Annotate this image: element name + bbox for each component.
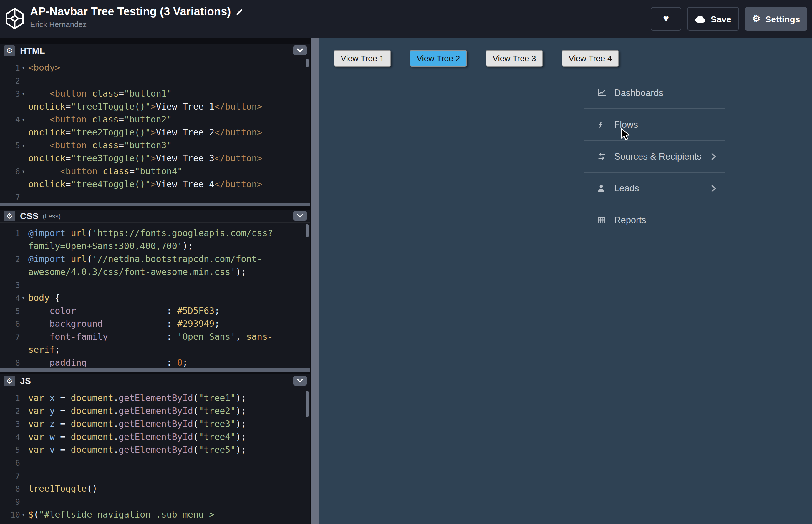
codepen-logo[interactable] bbox=[5, 7, 25, 30]
js-settings-gear-icon[interactable]: ⚙ bbox=[3, 375, 15, 386]
heart-button[interactable]: ♥ bbox=[651, 7, 681, 31]
js-code-area[interactable]: 1var x = document.getElementById("tree1"… bbox=[0, 388, 310, 524]
code-text: padding : 0; bbox=[28, 356, 188, 368]
code-text: tree1Toggle() bbox=[28, 482, 97, 495]
html-collapse-chevron-down-icon[interactable] bbox=[293, 45, 307, 55]
code-text: awesome/4.0.3/css/font-awesome.min.css')… bbox=[28, 265, 246, 278]
code-text: onclick="tree3Toggle()">View Tree 3</but… bbox=[28, 152, 262, 165]
line-number: 1 bbox=[0, 392, 20, 405]
line-number: 10 bbox=[0, 508, 20, 521]
line-number: 7 bbox=[0, 191, 20, 202]
settings-button[interactable]: ⚙ Settings bbox=[745, 7, 807, 31]
chart-line-icon bbox=[597, 88, 607, 97]
header-actions: ♥ Save ⚙ Settings bbox=[651, 7, 807, 31]
fold-arrow-icon[interactable]: ▾ bbox=[22, 113, 25, 126]
code-row: 3var z = document.getElementById("tree3"… bbox=[0, 417, 310, 430]
code-row: onclick="tree1Toggle()">View Tree 1</but… bbox=[0, 100, 310, 113]
line-number: 7 bbox=[0, 330, 20, 343]
js-editor-panel: ⚙ JS 1var x = document.getElementById("t… bbox=[0, 374, 310, 524]
chevron-right-icon bbox=[711, 184, 716, 192]
code-row: 3▾ <button class="button1" bbox=[0, 87, 310, 100]
js-collapse-chevron-down-icon[interactable] bbox=[293, 376, 307, 386]
css-collapse-chevron-down-icon[interactable] bbox=[293, 211, 307, 221]
fold-arrow-icon[interactable]: ▾ bbox=[22, 87, 25, 100]
code-row: serif; bbox=[0, 343, 310, 356]
line-number: 3 bbox=[0, 278, 20, 292]
line-number: 5 bbox=[0, 139, 20, 152]
css-panel-title: CSS bbox=[20, 211, 38, 221]
table-icon bbox=[597, 216, 607, 224]
code-text: background : #293949; bbox=[28, 317, 220, 330]
code-text: family=Open+Sans:300,400,700'); bbox=[28, 240, 193, 252]
code-text: $("#leftside-navigation .sub-menu > bbox=[28, 508, 214, 521]
code-row: 8tree1Toggle() bbox=[0, 482, 310, 495]
code-text: var x = document.getElementById("tree1")… bbox=[28, 392, 246, 405]
code-row: 7 bbox=[0, 469, 310, 482]
code-text: color : #5D5F63; bbox=[28, 305, 220, 317]
code-row: 9 bbox=[0, 495, 310, 508]
pen-title-block: AP-Navbar Tree Testing (3 Variations) Er… bbox=[30, 5, 243, 29]
code-text: onclick="tree2Toggle()">View Tree 2</but… bbox=[28, 126, 262, 139]
preview-button-view-tree-1[interactable]: View Tree 1 bbox=[334, 50, 391, 67]
nav-item-label: Reports bbox=[614, 215, 646, 225]
code-row: 7 font-family : 'Open Sans', sans- bbox=[0, 330, 310, 343]
line-number: 3 bbox=[0, 87, 20, 100]
nav-item-leads[interactable]: Leads bbox=[584, 173, 725, 204]
panel-resize-bar[interactable] bbox=[0, 368, 310, 372]
code-text: onclick="tree1Toggle()">View Tree 1</but… bbox=[28, 100, 262, 113]
code-row: 8 padding : 0; bbox=[0, 356, 310, 368]
nav-item-flows[interactable]: Flows bbox=[584, 109, 725, 141]
gear-icon: ⚙ bbox=[752, 14, 761, 23]
code-row: 1@import url('https://fonts.googleapis.c… bbox=[0, 227, 310, 240]
preview-button-view-tree-4[interactable]: View Tree 4 bbox=[562, 50, 619, 67]
code-row: 5▾ <button class="button3" bbox=[0, 139, 310, 152]
settings-button-label: Settings bbox=[765, 14, 800, 24]
html-code-area[interactable]: 1▾<body>23▾ <button class="button1"oncli… bbox=[0, 57, 310, 202]
fold-arrow-icon[interactable]: ▾ bbox=[22, 165, 25, 178]
js-panel-title: JS bbox=[20, 376, 31, 386]
edit-title-pencil-icon[interactable] bbox=[236, 8, 243, 16]
cloud-icon bbox=[695, 15, 706, 23]
line-number: 3 bbox=[0, 417, 20, 430]
fold-arrow-icon[interactable]: ▾ bbox=[22, 292, 25, 305]
line-number: 2 bbox=[0, 252, 20, 265]
code-text: var v = document.getElementById("tree5")… bbox=[28, 443, 246, 456]
code-row: 1▾<body> bbox=[0, 61, 310, 74]
code-text: onclick="tree4Toggle()">View Tree 4</but… bbox=[28, 178, 262, 191]
nav-item-label: Sources & Recipients bbox=[614, 151, 701, 162]
pen-author[interactable]: Erick Hernandez bbox=[30, 20, 243, 29]
nav-item-dashboards[interactable]: Dashboards bbox=[584, 77, 725, 109]
css-code-area[interactable]: 1@import url('https://fonts.googleapis.c… bbox=[0, 223, 310, 368]
preview-button-view-tree-2[interactable]: View Tree 2 bbox=[410, 50, 467, 67]
editor-preview-divider[interactable] bbox=[311, 38, 319, 524]
css-settings-gear-icon[interactable]: ⚙ bbox=[3, 211, 15, 221]
nav-item-sources-recipients[interactable]: Sources & Recipients bbox=[584, 141, 725, 173]
code-text: serif; bbox=[28, 343, 60, 356]
code-row: onclick="tree4Toggle()">View Tree 4</but… bbox=[0, 178, 310, 191]
nav-item-reports[interactable]: Reports bbox=[584, 204, 725, 236]
nav-item-label: Leads bbox=[614, 183, 639, 193]
code-row: 6 background : #293949; bbox=[0, 317, 310, 330]
save-button-label: Save bbox=[711, 14, 731, 24]
fold-arrow-icon[interactable]: ▾ bbox=[22, 508, 25, 521]
panel-resize-bar[interactable] bbox=[0, 202, 310, 206]
preview-button-view-tree-3[interactable]: View Tree 3 bbox=[486, 50, 543, 67]
code-row: 2@import url('//netdna.bootstrapcdn.com/… bbox=[0, 252, 310, 265]
code-row: 2 bbox=[0, 74, 310, 87]
user-icon bbox=[597, 184, 607, 193]
fold-arrow-icon[interactable]: ▾ bbox=[22, 61, 25, 74]
code-row: 4▾body { bbox=[0, 292, 310, 305]
js-panel-header: ⚙ JS bbox=[0, 374, 310, 388]
code-text: <button class="button1" bbox=[28, 87, 172, 100]
nav-item-label: Dashboards bbox=[614, 87, 663, 98]
html-settings-gear-icon[interactable]: ⚙ bbox=[3, 45, 15, 56]
line-number: 4 bbox=[0, 292, 20, 305]
code-text: var y = document.getElementById("tree2")… bbox=[28, 405, 246, 417]
nav-item-label: Flows bbox=[614, 119, 638, 130]
line-number: 2 bbox=[0, 74, 20, 87]
save-button[interactable]: Save bbox=[687, 7, 739, 31]
line-number: 5 bbox=[0, 305, 20, 317]
line-number: 6 bbox=[0, 317, 20, 330]
fold-arrow-icon[interactable]: ▾ bbox=[22, 139, 25, 152]
code-row: 2var y = document.getElementById("tree2"… bbox=[0, 405, 310, 417]
